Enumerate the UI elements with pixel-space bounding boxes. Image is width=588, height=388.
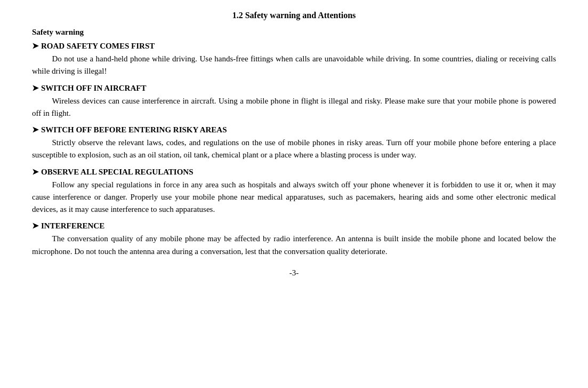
regulations-heading: ➤ OBSERVE ALL SPECIAL REGULATIONS xyxy=(32,167,556,177)
risky-text: Strictly observe the relevant laws, code… xyxy=(32,137,556,162)
safety-item-aircraft: ➤ SWITCH OFF IN AIRCRAFT Wireless device… xyxy=(32,83,556,120)
page-title: 1.2 Safety warning and Attentions xyxy=(32,11,556,20)
safety-item-risky: ➤ SWITCH OFF BEFORE ENTERING RISKY AREAS… xyxy=(32,125,556,162)
safety-item-interference: ➤ INTERFERENCE The conversation quality … xyxy=(32,221,556,258)
road-safety-title: ROAD SAFETY COMES FIRST xyxy=(41,42,155,51)
section-label: Safety warning xyxy=(32,28,556,37)
aircraft-heading: ➤ SWITCH OFF IN AIRCRAFT xyxy=(32,83,556,93)
interference-heading: ➤ INTERFERENCE xyxy=(32,221,556,231)
arrow-icon-3: ➤ xyxy=(32,125,39,134)
arrow-icon-4: ➤ xyxy=(32,167,39,177)
aircraft-text: Wireless devices can cause interference … xyxy=(32,95,556,120)
risky-title: SWITCH OFF BEFORE ENTERING RISKY AREAS xyxy=(41,125,227,134)
regulations-title: OBSERVE ALL SPECIAL REGULATIONS xyxy=(41,168,194,177)
road-safety-heading: ➤ ROAD SAFETY COMES FIRST xyxy=(32,41,556,51)
arrow-icon-2: ➤ xyxy=(32,83,39,93)
page-number: -3- xyxy=(289,268,299,277)
interference-title: INTERFERENCE xyxy=(41,221,104,231)
arrow-icon-5: ➤ xyxy=(32,221,39,231)
safety-warning-section: Safety warning ➤ ROAD SAFETY COMES FIRST… xyxy=(32,28,556,258)
safety-item-regulations: ➤ OBSERVE ALL SPECIAL REGULATIONS Follow… xyxy=(32,167,556,216)
interference-text: The conversation quality of any mobile p… xyxy=(32,233,556,258)
road-safety-text: Do not use a hand-held phone while drivi… xyxy=(32,53,556,78)
aircraft-title: SWITCH OFF IN AIRCRAFT xyxy=(41,84,146,93)
regulations-text: Follow any special regulations in force … xyxy=(32,179,556,216)
arrow-icon-1: ➤ xyxy=(32,41,39,51)
risky-heading: ➤ SWITCH OFF BEFORE ENTERING RISKY AREAS xyxy=(32,125,556,134)
page-footer: -3- xyxy=(32,268,556,278)
safety-item-road-safety: ➤ ROAD SAFETY COMES FIRST Do not use a h… xyxy=(32,41,556,78)
